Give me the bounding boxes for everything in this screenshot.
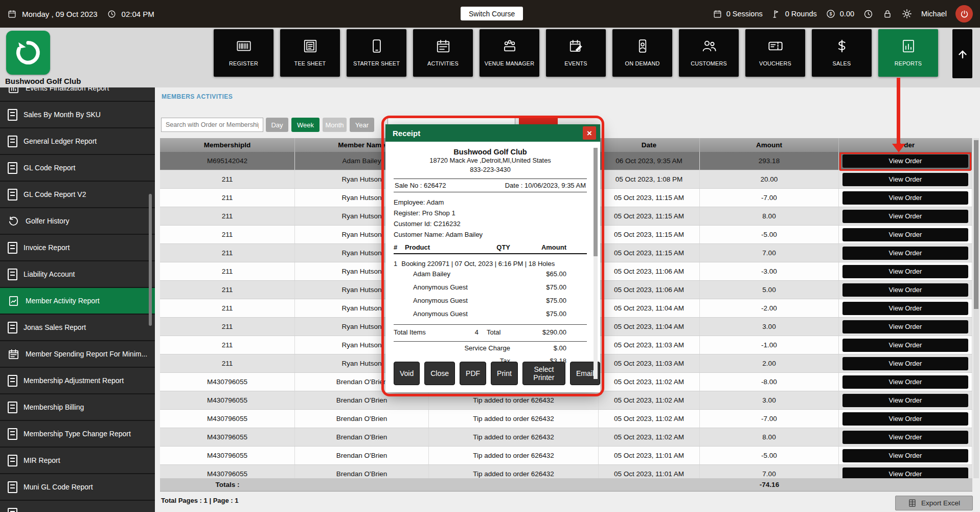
sidebar-item-sales-by-month-by-sku[interactable]: Sales By Month By SKU (0, 102, 155, 127)
user-name[interactable]: Michael (921, 10, 947, 18)
view-order-button[interactable]: View Order (842, 173, 968, 186)
view-order-button[interactable]: View Order (842, 449, 968, 462)
sidebar-item-mir-report[interactable]: MIR Report (0, 448, 155, 473)
view-order-button[interactable]: View Order (842, 283, 968, 297)
sidebar-item-liability-account[interactable]: Liability Account (0, 261, 155, 287)
range-week-button[interactable]: Week (291, 118, 320, 132)
view-order-button[interactable]: View Order (842, 154, 968, 168)
sidebar-item-gl-code-report[interactable]: GL Code Report (0, 155, 155, 181)
view-order-button[interactable]: View Order (842, 247, 968, 260)
range-month-button[interactable]: Month (323, 118, 347, 132)
power-button[interactable] (955, 5, 973, 23)
lock-icon[interactable] (882, 9, 893, 19)
sidebar-item-muni-gl-code-report[interactable]: Muni GL Code Report (0, 474, 155, 500)
table-row[interactable]: M430796055 Brendan O'Brien Tip added to … (160, 410, 972, 428)
select-printer-button[interactable]: Select Printer (522, 362, 565, 385)
nav-tee-sheet[interactable]: TEE SHEET (280, 29, 340, 77)
view-order-button[interactable]: View Order (842, 302, 968, 315)
sidebar-item-membership-billing[interactable]: Membership Billing (0, 394, 155, 420)
view-order-button[interactable]: View Order (842, 339, 968, 352)
view-order-button[interactable]: View Order (842, 210, 968, 223)
view-order-button[interactable]: View Order (842, 265, 968, 278)
table-scrollbar-thumb[interactable] (974, 140, 978, 309)
report-icon (8, 295, 19, 307)
invoice-icon (8, 242, 17, 254)
cell-membership-id: M430796055 (160, 465, 295, 478)
cell-amount: -7.00 (700, 189, 839, 207)
rounds-indicator[interactable]: 0 Rounds (771, 9, 817, 19)
search-input[interactable] (161, 118, 263, 132)
switch-course-button[interactable]: Switch Course (461, 7, 523, 20)
sidebar-item-general-ledger-report[interactable]: General Ledger Report (0, 128, 155, 154)
close-button[interactable]: Close (424, 362, 455, 385)
sidebar-item-member-spending-report[interactable]: Member Spending Report For Minim... (0, 341, 155, 367)
sidebar-item-membership-adjustment-report[interactable]: Membership Adjustment Report (0, 368, 155, 393)
nav-on-demand[interactable]: ON DEMAND (612, 29, 672, 77)
table-scrollbar[interactable] (973, 138, 979, 478)
table-row[interactable]: M430796055 Brendan O'Brien Tip added to … (160, 428, 972, 447)
table-row[interactable]: M430796055 Brendan O'Brien Tip added to … (160, 465, 972, 478)
column-order[interactable]: Order (839, 138, 972, 152)
sidebar-item-invoice-report[interactable]: Invoice Report (0, 235, 155, 260)
sidebar-item-partial[interactable] (0, 501, 155, 512)
events-icon (568, 36, 584, 56)
app-header: Bushwood Golf Club REGISTER TEE SHEET ST… (0, 28, 980, 87)
time-clock-icon[interactable] (863, 9, 874, 19)
column-amount[interactable]: Amount (700, 138, 839, 152)
document-icon (8, 455, 17, 466)
table-row[interactable]: M430796055 Brendan O'Brien Tip added to … (160, 391, 972, 410)
sidebar-item-jonas-sales-report[interactable]: Jonas Sales Report (0, 315, 155, 340)
void-button[interactable]: Void (394, 362, 420, 385)
nav-events[interactable]: EVENTS (546, 29, 606, 77)
range-year-button[interactable]: Year (350, 118, 374, 132)
nav-register[interactable]: REGISTER (214, 29, 274, 77)
receipt-service-charge: Service Charge $.00 (394, 342, 587, 354)
view-order-button[interactable]: View Order (842, 412, 968, 426)
sidebar-scrollbar[interactable] (149, 194, 152, 326)
table-row[interactable]: M430796055 Brendan O'Brien Tip added to … (160, 447, 972, 465)
nav-customers[interactable]: CUSTOMERS (679, 29, 739, 77)
pdf-button[interactable]: PDF (460, 362, 486, 385)
view-order-button[interactable]: View Order (842, 431, 968, 444)
cell-membership-id: 211 (160, 189, 295, 207)
nav-vouchers[interactable]: VOUCHERS (745, 29, 805, 77)
receipt-scrollbar[interactable] (594, 148, 598, 379)
sidebar-item-membership-type-change-report[interactable]: Membership Type Change Report (0, 421, 155, 447)
top-bar: Monday , 09 Oct 2023 02:04 PM Switch Cou… (0, 0, 980, 28)
sidebar-item-events-finalization-report[interactable]: Events Finalization Report (0, 87, 155, 101)
nav-starter-sheet[interactable]: STARTER SHEET (347, 29, 406, 77)
cell-date: 05 Oct 2023, 11:15 AM (599, 189, 700, 207)
range-day-button[interactable]: Day (266, 118, 288, 132)
rounds-count: 0 Rounds (785, 10, 817, 18)
view-order-button[interactable]: View Order (842, 320, 968, 333)
nav-reports[interactable]: REPORTS (878, 29, 938, 77)
nav-activities[interactable]: ACTIVITIES (413, 29, 473, 77)
print-button[interactable]: Print (491, 362, 518, 385)
balance-indicator[interactable]: $ 0.00 (826, 9, 854, 19)
view-order-button[interactable]: View Order (842, 468, 968, 479)
receipt-scrollbar-thumb[interactable] (594, 148, 598, 256)
cell-amount: 3.00 (700, 318, 839, 336)
export-excel-button[interactable]: Export Excel (895, 496, 973, 510)
view-order-button[interactable]: View Order (842, 375, 968, 389)
document-icon (8, 162, 17, 174)
nav-venue-manager[interactable]: VENUE MANAGER (480, 29, 539, 77)
column-membership-id[interactable]: MembershipId (160, 138, 295, 152)
nav-sales[interactable]: SALES (812, 29, 872, 77)
sidebar-item-golfer-history[interactable]: Golfer History (0, 208, 155, 234)
scroll-top-button[interactable] (952, 29, 972, 78)
view-order-button[interactable]: View Order (842, 394, 968, 407)
view-order-button[interactable]: View Order (842, 228, 968, 241)
cell-amount: -8.00 (700, 373, 839, 391)
close-icon[interactable]: × (583, 126, 596, 140)
column-date[interactable]: Date (599, 138, 700, 152)
view-order-button[interactable]: View Order (842, 357, 968, 370)
sessions-indicator[interactable]: 0 Sessions (713, 9, 763, 19)
sidebar-item-member-activity-report[interactable]: Member Activity Report (0, 288, 155, 314)
view-order-button[interactable]: View Order (842, 191, 968, 205)
cell-membership-id: 211 (160, 318, 295, 336)
gear-icon[interactable] (901, 8, 913, 19)
spreadsheet-icon (908, 499, 917, 507)
nav-label: TEE SHEET (294, 60, 326, 66)
sidebar-item-gl-code-report-v2[interactable]: GL Code Report V2 (0, 182, 155, 207)
